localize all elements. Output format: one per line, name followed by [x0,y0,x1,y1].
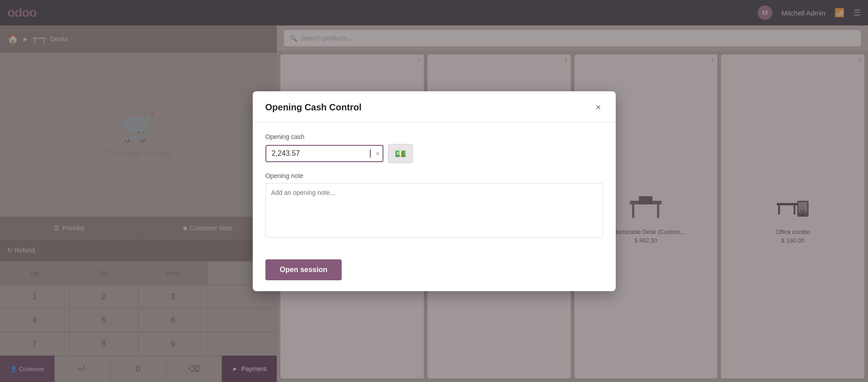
cash-icon: 💵 [395,149,406,159]
cash-icon-button[interactable]: 💵 [388,144,413,163]
modal-title: Opening Cash Control [265,102,362,113]
opening-cash-modal: Opening Cash Control × Opening cash × 💵 … [253,91,616,291]
modal-overlay: Opening Cash Control × Opening cash × 💵 … [0,0,868,382]
modal-header: Opening Cash Control × [253,91,616,122]
open-session-button[interactable]: Open session [265,259,342,280]
opening-note-label: Opening note [265,172,603,179]
cash-input-wrapper: × [265,145,383,162]
modal-close-button[interactable]: × [594,100,603,114]
opening-note-textarea[interactable] [265,183,603,238]
modal-body: Opening cash × 💵 Opening note [253,122,616,252]
modal-footer: Open session [253,252,616,291]
cash-amount-input[interactable] [265,145,383,162]
opening-cash-label: Opening cash [265,133,603,140]
cash-clear-button[interactable]: × [376,150,379,157]
input-cursor [370,149,371,158]
cash-input-row: × 💵 [265,144,603,163]
